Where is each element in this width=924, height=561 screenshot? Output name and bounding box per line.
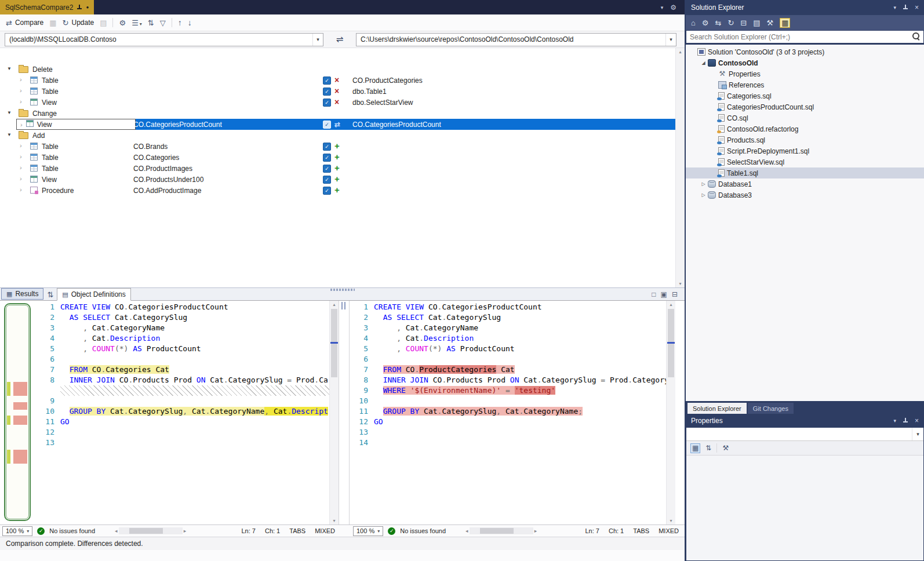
tab-solution-explorer[interactable]: Solution Explorer [687,403,747,414]
hscroll-thumb[interactable] [480,528,514,534]
code-line[interactable]: 5 , COUNT(*) AS ProductCount [36,344,329,354]
grid-row[interactable]: ›TableCO.Categories✓+ [0,152,675,163]
grid-row[interactable]: ›TableCO.Brands✓+ [0,141,675,152]
include-checkbox[interactable]: ✓ [323,99,331,107]
collapse-all-icon[interactable]: ⊟ [740,19,747,27]
solution-tree[interactable]: Solution 'ContosoOld' (3 of 3 projects)◢… [686,45,924,401]
expander-icon[interactable]: ▼ [7,66,12,71]
zoom-select[interactable]: 100 %▾ [2,526,32,536]
tab-object-definitions[interactable]: ▤ Object Definitions [57,288,130,301]
expander-icon[interactable]: › [20,76,22,83]
include-checkbox[interactable]: ✓ [323,76,331,85]
include-checkbox[interactable]: ✓ [323,187,331,195]
show-all-files-icon[interactable]: ▤ [753,19,760,27]
left-vertical-scrollbar[interactable]: ▴ ▾ [329,301,339,524]
tab-list-chevron-icon[interactable]: ▾ [661,5,664,10]
search-icon[interactable] [912,32,919,39]
scroll-right-icon[interactable]: ▸ [184,528,187,534]
code-line[interactable]: 4 , Cat.Description [350,333,666,344]
scroll-left-icon[interactable]: ◂ [465,528,468,534]
generate-script-icon[interactable]: ▦ [49,19,56,27]
chevron-down-icon[interactable]: ▾ [893,418,896,424]
code-line[interactable]: 3 , Cat.CategoryName [36,323,329,333]
code-line[interactable]: 12GO [350,417,666,427]
code-line[interactable]: 7 FROM CO.ProductCategories Cat [350,365,666,375]
chevron-down-icon[interactable]: ▾ [893,5,896,10]
include-checkbox[interactable]: ✓ [323,154,331,162]
refresh-icon[interactable]: ↻ [727,19,734,27]
scroll-down-icon[interactable]: ▾ [676,281,685,286]
previous-difference-icon[interactable]: ↑ [178,19,182,27]
splitter-grip[interactable] [330,289,355,291]
expander-icon[interactable]: › [20,186,22,193]
sort-lines-icon[interactable]: ⇅ [47,291,53,298]
properties-titlebar[interactable]: Properties ▾ × [686,414,924,428]
grid-group-row-add[interactable]: ▼Add [0,130,675,141]
right-vertical-scrollbar[interactable]: ▴ ▾ [666,301,675,524]
include-checkbox[interactable]: ✓ [323,165,331,173]
properties-wrench-icon[interactable]: ⚒ [767,19,774,27]
code-line[interactable] [36,385,329,396]
solution-explorer-titlebar[interactable]: Solution Explorer ▾ × [686,0,924,15]
window-layout-icon[interactable]: □ [652,290,656,298]
grid-group-row-change[interactable]: ▼Change [0,108,675,119]
tree-item[interactable]: ◢ContosoOld [686,57,924,68]
horizontal-scrollbar[interactable]: ◂▸ [115,527,186,534]
tab-git-changes[interactable]: Git Changes [748,403,794,414]
code-line[interactable]: 12 [36,427,329,438]
code-line[interactable]: 2 AS SELECT Cat.CategorySlug [36,312,329,323]
code-line[interactable]: 13 [350,427,666,438]
sync-with-active-document-icon[interactable]: ▦ [780,18,790,28]
hscroll-thumb[interactable] [129,528,163,534]
code-line[interactable]: 14 [350,438,666,448]
tree-item[interactable]: References [686,79,924,90]
include-checkbox[interactable]: ✓ [323,121,331,129]
scroll-up-icon[interactable]: ▴ [676,49,685,54]
sort-order-icon[interactable]: ⇅ [148,19,154,27]
code-line[interactable]: 8 INNER JOIN CO.Products Prod ON Cat.Cat… [36,375,329,385]
expander-icon[interactable]: › [20,153,22,160]
tree-item[interactable]: Products.sql [686,134,924,145]
compare-button[interactable]: ⇄ Compare [6,19,43,27]
scroll-left-icon[interactable]: ◂ [115,528,118,534]
code-line[interactable]: 5 , COUNT(*) AS ProductCount [350,344,666,354]
sync-icon[interactable]: ⇆ [715,19,722,27]
expander-icon[interactable]: › [20,98,22,105]
close-icon[interactable]: × [915,3,919,12]
left-code[interactable]: 1CREATE VIEW CO.CategoriesProductCount2 … [36,301,329,524]
diff-overview-map[interactable] [0,301,36,524]
source-dropdown[interactable]: (localdb)\MSSQLLocalDB.Contoso ▾ [5,33,323,46]
update-button[interactable]: ↻ Update [63,19,94,27]
grid-vertical-scrollbar[interactable]: ▴ ▾ [675,48,685,287]
tree-item[interactable]: ⚒Properties [686,68,924,79]
code-line[interactable]: 4 , Cat.Description [36,333,329,344]
pin-icon[interactable] [903,5,908,10]
expander-icon[interactable]: ▼ [7,110,12,115]
code-line[interactable]: 10 [350,396,666,406]
tree-item[interactable]: Table1.sql [686,167,924,178]
code-line[interactable]: 8 INNER JOIN CO.Products Prod ON Cat.Cat… [350,375,666,385]
right-code[interactable]: 1CREATE VIEW CO.CategoriesProductCount2 … [350,301,666,524]
tree-expander-icon[interactable]: ◢ [700,60,707,65]
pane-splitter[interactable] [339,301,350,524]
include-checkbox[interactable]: ✓ [323,176,331,184]
tree-item[interactable]: Categories.sql [686,90,924,101]
options-gear-icon[interactable]: ⚙ [119,19,126,27]
code-line[interactable]: 7 FROM CO.Categories Cat [36,365,329,375]
filter-funnel-icon[interactable]: ▽ [160,19,166,27]
tree-item[interactable]: ▷Database1 [686,178,924,190]
next-difference-icon[interactable]: ↓ [188,19,192,27]
tab-sqlschemacompare2[interactable]: SqlSchemaCompare2 ● [0,0,94,14]
scroll-right-icon[interactable]: ▸ [534,528,537,534]
scroll-down-icon[interactable]: ▾ [667,518,675,523]
close-icon[interactable]: × [915,417,919,425]
expander-icon[interactable]: ▼ [7,132,12,137]
filter-gear-icon[interactable]: ⚙ [702,19,709,27]
grid-row[interactable]: ›ViewCO.CategoriesProductCount✓⇄CO.Categ… [0,119,675,130]
code-line[interactable]: 10 GROUP BY Cat.CategorySlug, Cat.Catego… [36,406,329,417]
compare-results-grid[interactable]: ▼Delete›Table✓×CO.ProductCategories›Tabl… [0,48,685,287]
horizontal-scrollbar[interactable]: ◂▸ [465,527,537,534]
grid-row[interactable]: ›TableCO.ProductImages✓+ [0,163,675,174]
expander-icon[interactable]: › [20,164,22,171]
scroll-up-icon[interactable]: ▴ [667,302,675,307]
